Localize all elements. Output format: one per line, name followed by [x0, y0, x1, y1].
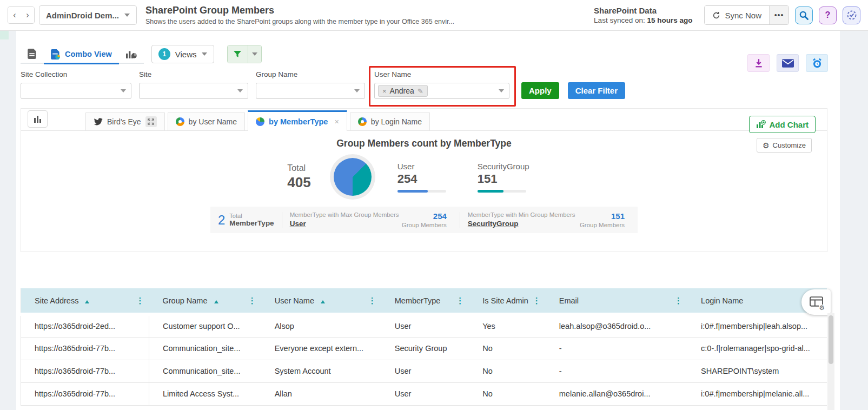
tab-by-login-name-label: by Login Name — [371, 117, 422, 126]
filter-site-collection: Site Collection — [21, 70, 131, 99]
vertical-scrollbar[interactable] — [827, 313, 834, 410]
column-header-group-name[interactable]: Group Name⋮ — [149, 288, 261, 314]
table-row[interactable]: https://o365droid-77b...Communication_si… — [21, 360, 827, 382]
column-settings-button[interactable]: ⚙ — [801, 289, 831, 315]
column-menu-icon[interactable]: ⋮ — [674, 296, 683, 306]
data-source-label: SharePoint Data — [594, 6, 692, 15]
nav-forward-button[interactable]: › — [21, 7, 34, 23]
table-cell: Customer support O... — [149, 314, 261, 337]
chart-list-button[interactable] — [28, 110, 48, 128]
customize-button[interactable]: ⚙ Customize — [757, 138, 812, 153]
min-member-type-link[interactable]: SecurityGroup — [468, 220, 519, 228]
table-row[interactable]: https://o365droid-77b...Limited Access S… — [21, 382, 827, 405]
summary-count: 2 — [218, 213, 225, 228]
table-cell: Allan — [261, 382, 381, 405]
sync-info: SharePoint Data Last synced on: 15 hours… — [594, 6, 692, 24]
column-header-site-address[interactable]: Site Address⋮ — [21, 288, 149, 314]
page-subtitle: Shows the users added to the SharePoint … — [145, 18, 454, 25]
view-switcher-row: Combo View 1 Views — [21, 44, 840, 64]
tab-by-login-name[interactable]: by Login Name — [350, 113, 430, 130]
table-cell: No — [469, 337, 546, 360]
user-name-select[interactable]: × Andrea ✎ — [374, 83, 509, 99]
close-tab-icon[interactable]: × — [334, 117, 339, 126]
filter-dropdown-button[interactable] — [248, 45, 261, 63]
tab-birds-eye-label: Bird's Eye — [107, 117, 141, 126]
table-cell: https://o365droid-77b... — [21, 382, 149, 405]
max-member-type-link[interactable]: User — [290, 220, 306, 228]
apply-button[interactable]: Apply — [521, 82, 559, 99]
site-collection-select[interactable] — [21, 83, 131, 99]
sync-now-button[interactable]: Sync Now — [705, 6, 769, 24]
filter-toggle-button[interactable] — [228, 45, 248, 63]
site-label: Site — [139, 70, 248, 78]
table-cell: User — [381, 360, 469, 382]
total-label: Total — [287, 163, 310, 173]
tab-table-view[interactable] — [21, 44, 44, 63]
column-header-is-site-admin[interactable]: Is Site Admin⋮ — [469, 288, 546, 314]
site-select[interactable] — [139, 83, 248, 99]
workspace-dropdown[interactable]: AdminDroid Dem... — [39, 5, 137, 25]
search-icon — [799, 10, 809, 21]
group-name-select[interactable] — [256, 83, 365, 99]
divider — [460, 212, 460, 228]
column-menu-icon[interactable]: ⋮ — [533, 296, 541, 306]
divider — [282, 212, 282, 228]
download-button[interactable] — [747, 54, 770, 72]
table-area: Site Address⋮Group Name⋮User Name⋮Member… — [21, 288, 834, 406]
expand-icon[interactable] — [145, 116, 157, 127]
tab-by-member-type[interactable]: by MemberType × — [248, 110, 347, 131]
last-synced-value: 15 hours ago — [647, 16, 692, 24]
app-window: ‹ › AdminDroid Dem... SharePoint Group M… — [0, 0, 868, 410]
tab-by-member-type-label: by MemberType — [269, 117, 328, 126]
table-cell: Communication_site... — [149, 360, 261, 382]
nav-back-button[interactable]: ‹ — [8, 7, 21, 23]
sort-asc-icon — [85, 300, 89, 303]
table-header-row: Site Address⋮Group Name⋮User Name⋮Member… — [21, 288, 827, 314]
table-cell: i:0#.f|membership|melanie.all... — [687, 382, 827, 405]
scrollbar-thumb[interactable] — [829, 315, 833, 364]
max-label: MemberType with Max Group Members — [290, 211, 399, 218]
refresh-icon — [712, 11, 720, 19]
chevron-down-icon — [237, 89, 243, 92]
table-cell: https://o365droid-77b... — [21, 360, 149, 382]
member-type-pie — [334, 158, 372, 196]
edit-pencil-icon[interactable]: ✎ — [418, 87, 423, 95]
page-title: SharePoint Group Members — [145, 5, 454, 16]
chevron-down-icon — [202, 52, 207, 56]
email-button[interactable] — [777, 54, 799, 72]
remove-tag-icon[interactable]: × — [382, 87, 387, 95]
column-menu-icon[interactable]: ⋮ — [136, 296, 144, 306]
column-menu-icon[interactable]: ⋮ — [368, 296, 376, 306]
add-chart-button[interactable]: Add Chart — [749, 116, 816, 133]
kpi-total: Total 405 — [287, 163, 310, 191]
views-dropdown-button[interactable]: 1 Views — [151, 45, 214, 63]
download-icon — [754, 58, 764, 68]
column-header-email[interactable]: Email⋮ — [546, 288, 687, 314]
column-menu-icon[interactable]: ⋮ — [456, 296, 464, 306]
table-row[interactable]: https://o365droid-77b...Communication_si… — [21, 337, 827, 360]
column-menu-icon[interactable]: ⋮ — [248, 296, 256, 306]
bird-icon — [94, 118, 103, 125]
schedule-alert-button[interactable] — [806, 54, 828, 72]
table-row[interactable]: https://o365droid-2ed...Customer support… — [21, 314, 827, 337]
chevron-down-icon — [252, 52, 257, 56]
top-bar: ‹ › AdminDroid Dem... SharePoint Group M… — [0, 0, 868, 31]
tab-combo-view[interactable]: Combo View — [44, 46, 119, 64]
tab-birds-eye[interactable]: Bird's Eye — [85, 113, 165, 130]
site-collection-label: Site Collection — [21, 70, 131, 78]
column-header-user-name[interactable]: User Name⋮ — [261, 288, 381, 314]
filter-toggle-group — [227, 45, 262, 63]
clear-filter-button[interactable]: Clear Filter — [568, 82, 625, 99]
tab-by-user-name[interactable]: by User Name — [168, 113, 245, 130]
help-button[interactable]: ? — [819, 6, 837, 24]
table-cell: User — [381, 382, 469, 405]
health-check-button[interactable] — [843, 6, 860, 24]
views-count-badge: 1 — [158, 48, 170, 60]
search-button[interactable] — [795, 6, 813, 24]
more-options-button[interactable]: ••• — [769, 6, 789, 24]
total-value: 405 — [287, 174, 310, 191]
group-name-label: Group Name — [256, 70, 365, 78]
column-header-membertype[interactable]: MemberType⋮ — [381, 288, 469, 314]
tab-chart-view[interactable] — [119, 44, 144, 63]
legend-bar — [478, 190, 526, 193]
